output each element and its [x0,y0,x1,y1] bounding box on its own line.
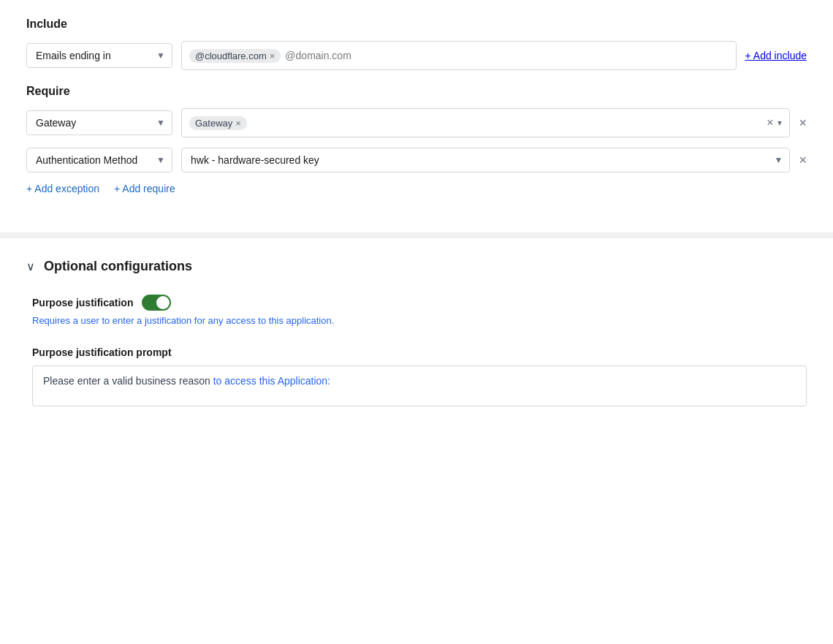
purpose-justification-row: Purpose justification ✓ [32,295,807,311]
require-gateway-controls: × ▾ [767,117,782,129]
require-auth-type-select[interactable]: Authentication Method Gateway Everyone [26,148,172,173]
include-type-select[interactable]: Emails ending in Emails matching Everyon… [26,43,172,68]
require-gateway-type-select[interactable]: Gateway Authentication Method Everyone [26,110,172,135]
toggle-check-icon: ✓ [161,299,167,307]
purpose-justification-desc: Requires a user to enter a justification… [32,315,807,326]
require-gateway-tag-remove-icon[interactable]: × [235,118,241,128]
purpose-justification-block: Purpose justification ✓ Requires a user … [26,295,807,326]
include-value-input-wrapper[interactable]: @cloudflare.com × [181,41,737,70]
require-gateway-tag-value: Gateway [195,118,232,129]
require-auth-type-wrapper: Authentication Method Gateway Everyone ▼ [26,148,172,173]
purpose-justification-prompt-input[interactable]: Please enter a valid business reason to … [32,365,807,406]
require-auth-row: Authentication Method Gateway Everyone ▼… [26,148,807,173]
require-gateway-input[interactable] [251,117,762,129]
add-require-link[interactable]: + Add require [114,183,175,194]
section-divider [0,232,833,238]
prompt-text-plain: Please enter a valid business reason [43,375,213,387]
require-auth-value-wrapper: hwk - hardware-secured key password mfa … [181,148,790,173]
include-tag-value: @cloudflare.com [195,50,267,61]
require-gateway-clear-icon[interactable]: × [767,117,773,129]
require-add-links: + Add exception + Add require [26,183,807,200]
optional-configurations-header: ∨ Optional configurations [26,259,807,274]
include-row: Emails ending in Emails matching Everyon… [26,41,807,70]
add-exception-link[interactable]: + Add exception [26,183,99,194]
require-gateway-type-wrapper: Gateway Authentication Method Everyone ▼ [26,110,172,135]
require-section: Require Gateway Authentication Method Ev… [26,85,807,200]
require-title: Require [26,85,807,98]
purpose-justification-label: Purpose justification [32,297,133,308]
purpose-justification-prompt-text: Please enter a valid business reason to … [43,375,796,387]
include-title: Include [26,18,807,31]
optional-chevron-icon[interactable]: ∨ [26,260,35,273]
require-gateway-row-remove-icon[interactable]: × [799,115,807,131]
require-auth-row-remove-icon[interactable]: × [799,153,807,168]
optional-configurations-title: Optional configurations [44,259,192,274]
add-include-link[interactable]: + Add include [745,50,807,61]
include-tag-cloudflare: @cloudflare.com × [189,49,281,63]
include-domain-input[interactable] [285,50,728,61]
require-auth-value-select[interactable]: hwk - hardware-secured key password mfa [181,148,790,173]
purpose-justification-prompt-label: Purpose justification prompt [32,346,807,358]
require-gateway-dropdown-icon[interactable]: ▾ [777,118,782,128]
require-gateway-row: Gateway Authentication Method Everyone ▼… [26,108,807,137]
include-type-select-wrapper: Emails ending in Emails matching Everyon… [26,43,172,68]
require-gateway-tag: Gateway × [189,116,247,130]
require-gateway-value-wrapper[interactable]: Gateway × × ▾ [181,108,790,137]
include-section: Include Emails ending in Emails matching… [26,18,807,70]
purpose-justification-prompt-block: Purpose justification prompt Please ente… [26,346,807,406]
prompt-text-highlight: to access this Application: [213,375,330,387]
purpose-justification-toggle[interactable]: ✓ [142,295,171,311]
include-tag-remove-icon[interactable]: × [270,51,275,61]
bottom-section: ∨ Optional configurations Purpose justif… [0,238,833,450]
top-section: Include Emails ending in Emails matching… [0,0,833,232]
